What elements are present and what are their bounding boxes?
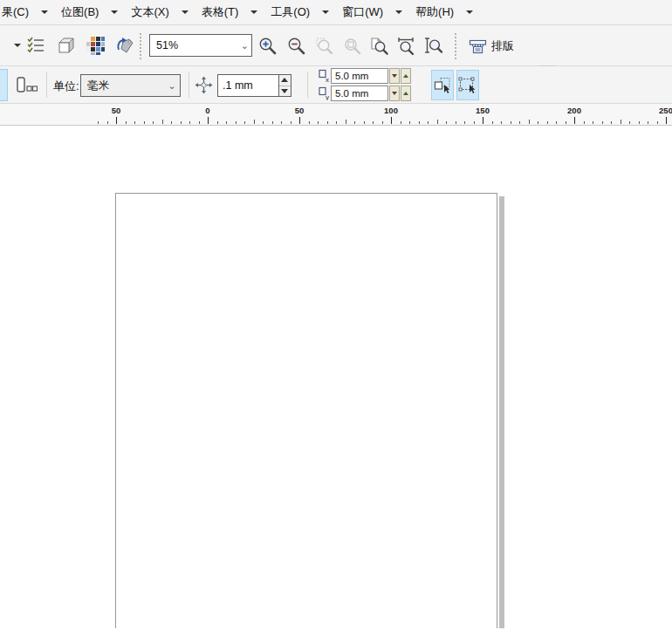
chevron-down-icon[interactable] (322, 10, 329, 14)
dup-x-up-button[interactable] (401, 68, 411, 84)
ruler-tick (364, 121, 365, 124)
document-page[interactable] (115, 193, 497, 628)
zoom-in-button[interactable] (254, 34, 280, 58)
marquee-select-icon (458, 76, 477, 95)
chevron-down-icon[interactable]: ⌄ (238, 40, 251, 51)
ruler-tick (639, 121, 640, 124)
portrait-orientation-toggle[interactable] (0, 69, 8, 101)
dup-x-down-button[interactable] (389, 68, 400, 84)
ruler-tick (556, 121, 557, 124)
menu-item-window[interactable]: 窗口(W) (342, 1, 415, 24)
duplicate-y-field[interactable]: 5.0 mm (331, 86, 388, 101)
chevron-down-icon[interactable] (182, 10, 189, 14)
ruler-tick (318, 121, 319, 124)
zoom-page-height-icon (423, 36, 443, 56)
ruler-tick (464, 121, 465, 124)
triangle-up-icon (403, 74, 408, 78)
ruler-tick (134, 121, 135, 124)
ruler-tick (199, 121, 200, 124)
zoom-level-combobox[interactable]: ⌄ (149, 34, 252, 57)
zoom-out-button[interactable] (283, 34, 309, 58)
propbar-separator (307, 72, 308, 98)
duplicate-x-field[interactable]: 5.0 mm (331, 68, 388, 84)
zoom-to-page-width-button[interactable] (393, 34, 419, 58)
propbar-separator (189, 72, 189, 98)
menu-item-help[interactable]: 帮助(H) (415, 1, 486, 24)
ruler-label: 50 (295, 106, 305, 115)
zoom-level-input[interactable] (150, 39, 238, 51)
zoom-in-icon (257, 36, 278, 56)
treat-objects-as-filled-toggle[interactable] (431, 70, 454, 100)
chevron-down-icon[interactable] (395, 10, 402, 14)
ruler-tick (291, 121, 291, 124)
drawing-canvas[interactable] (0, 126, 672, 628)
nudge-offset-control (195, 76, 213, 98)
menu-item-bitmaps[interactable]: 位图(B) (61, 1, 131, 24)
standard-toolbar: ⌄ (0, 25, 672, 66)
spin-down-button[interactable] (279, 86, 291, 97)
svg-text:y: y (326, 93, 329, 100)
zoom-to-selection-button[interactable] (311, 34, 337, 58)
menu-label: 果(C) (2, 1, 29, 24)
cube-tool-button[interactable] (53, 33, 78, 58)
ruler-tick (116, 117, 117, 124)
ruler-tick (483, 117, 483, 124)
page-layout-scope-button[interactable] (13, 72, 39, 99)
ruler-tick (208, 117, 209, 124)
ruler-tick (171, 121, 172, 124)
ruler-tick (492, 121, 493, 124)
units-label: 单位: (53, 79, 79, 94)
checklist-icon (25, 35, 46, 56)
ruler-tick (226, 121, 227, 124)
ruler-tick (401, 121, 401, 124)
menu-item-text[interactable]: 文本(X) (131, 1, 201, 24)
units-combobox[interactable]: 毫米 ⌄ (80, 74, 181, 97)
ruler-tick (657, 121, 658, 124)
horizontal-ruler[interactable]: 50050100150200250 (0, 104, 672, 126)
dup-y-down-button[interactable] (389, 86, 400, 101)
zoom-to-page-height-button[interactable] (420, 34, 446, 58)
ruler-tick (566, 121, 566, 124)
toolbar-separator (140, 33, 141, 59)
ruler-tick (519, 121, 520, 124)
ruler-label: 150 (476, 106, 490, 115)
spin-up-button[interactable] (279, 75, 291, 86)
zoom-to-page-button[interactable] (366, 34, 392, 58)
duplicate-x-row: x 5.0 mm (318, 68, 411, 84)
ruler-tick (474, 121, 475, 124)
ruler-tick (299, 117, 300, 124)
ruler-tick (153, 121, 154, 124)
triangle-down-icon (392, 92, 397, 95)
property-bar: 单位: 毫米 ⌄ x 5.0 mm (0, 66, 672, 104)
tag-icon (114, 35, 135, 56)
chevron-down-icon[interactable] (466, 10, 473, 14)
ruler-tick (446, 121, 447, 124)
options-checklist-button[interactable] (24, 33, 48, 58)
zoom-out-icon (286, 36, 306, 56)
chevron-down-icon[interactable] (250, 10, 257, 14)
layout-plugin-button[interactable]: 排版 (463, 33, 672, 59)
nudge-distance-spinner[interactable] (217, 74, 291, 97)
menu-label: 窗口(W) (342, 1, 383, 24)
chevron-down-icon[interactable] (111, 10, 118, 14)
chevron-down-icon[interactable] (41, 10, 48, 14)
ruler-tick (144, 121, 145, 124)
menu-item-effects[interactable]: 果(C) (2, 1, 61, 24)
ruler-tick (336, 121, 337, 124)
chevron-down-icon[interactable]: ⌄ (164, 80, 180, 92)
ruler-tick (391, 117, 392, 124)
zoom-to-all-objects-button[interactable] (339, 34, 365, 58)
menu-item-tools[interactable]: 工具(O) (271, 1, 342, 24)
duplicate-x-icon: x (318, 69, 331, 83)
ruler-tick (126, 121, 127, 124)
dup-y-up-button[interactable] (401, 86, 411, 101)
nudge-arrows-icon (195, 76, 213, 94)
ruler-tick (574, 117, 575, 124)
tag-tool-button[interactable] (113, 33, 137, 58)
menu-item-table[interactable]: 表格(T) (202, 1, 271, 24)
ruler-label: 50 (112, 106, 121, 115)
toolbar-overflow-caret-icon[interactable] (14, 44, 21, 47)
nudge-distance-input[interactable] (218, 79, 278, 92)
marquee-select-toggle[interactable] (456, 70, 479, 100)
color-palette-button[interactable] (83, 33, 107, 58)
